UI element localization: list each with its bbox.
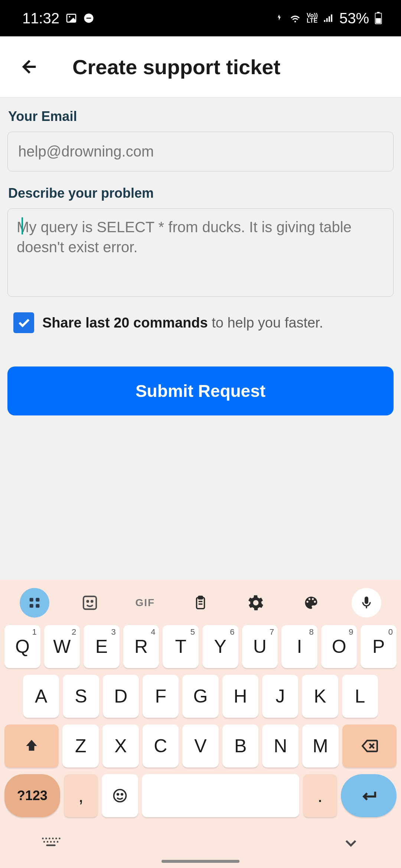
- key-emoji[interactable]: [102, 774, 138, 817]
- svg-point-35: [50, 841, 52, 843]
- svg-point-31: [55, 838, 57, 839]
- key-shift[interactable]: [4, 724, 59, 767]
- key-a[interactable]: A: [23, 675, 59, 718]
- wifi-icon: [289, 12, 301, 24]
- svg-point-28: [45, 838, 47, 839]
- text-cursor: [22, 217, 23, 234]
- keyboard-toolbar: GIF: [0, 584, 401, 625]
- key-o[interactable]: O9: [321, 625, 357, 668]
- keyboard-row-3: Z X C V B N M: [0, 724, 401, 767]
- keyboard-row-2: A S D F G H J K L: [0, 675, 401, 718]
- keyboard-collapse-icon[interactable]: [41, 836, 61, 852]
- svg-rect-15: [83, 596, 96, 609]
- titlebar: Create support ticket: [0, 36, 401, 98]
- key-comma[interactable]: ,: [64, 774, 98, 817]
- svg-point-30: [52, 838, 54, 839]
- keyboard-row-bottom: ?123 , .: [0, 774, 401, 817]
- battery-percent: 53%: [339, 10, 369, 27]
- svg-rect-4: [324, 20, 325, 22]
- clock: 11:32: [22, 10, 59, 27]
- key-u[interactable]: U7: [242, 625, 278, 668]
- svg-point-33: [43, 841, 45, 843]
- email-field[interactable]: [7, 132, 394, 171]
- page-title: Create support ticket: [72, 55, 280, 79]
- svg-rect-7: [331, 14, 332, 22]
- submit-button[interactable]: Submit Request: [7, 366, 394, 415]
- back-button[interactable]: [17, 54, 43, 80]
- key-i[interactable]: I8: [281, 625, 317, 668]
- share-checkbox-row[interactable]: Share last 20 commands to help you faste…: [7, 312, 394, 333]
- key-c[interactable]: C: [143, 724, 179, 767]
- key-space[interactable]: [142, 774, 299, 817]
- key-v[interactable]: V: [182, 724, 219, 767]
- svg-point-34: [47, 841, 49, 843]
- settings-icon[interactable]: [241, 588, 271, 618]
- svg-rect-19: [199, 596, 203, 599]
- svg-point-27: [42, 838, 44, 839]
- svg-point-37: [57, 841, 59, 843]
- svg-point-29: [49, 838, 50, 839]
- key-l[interactable]: L: [342, 675, 378, 718]
- problem-label: Describe your problem: [7, 185, 394, 201]
- key-m[interactable]: M: [302, 724, 339, 767]
- sticker-icon[interactable]: [75, 588, 105, 618]
- key-numbers[interactable]: ?123: [4, 774, 60, 817]
- battery-icon: [374, 12, 382, 24]
- key-q[interactable]: Q1: [4, 625, 40, 668]
- svg-rect-13: [29, 604, 33, 608]
- problem-field[interactable]: [7, 208, 394, 297]
- key-z[interactable]: Z: [62, 724, 99, 767]
- svg-rect-10: [376, 18, 381, 23]
- svg-point-26: [121, 794, 123, 795]
- volte-icon: Vo))LTE: [307, 13, 318, 24]
- svg-rect-3: [87, 18, 91, 19]
- theme-icon[interactable]: [296, 588, 326, 618]
- svg-point-1: [69, 16, 70, 17]
- key-period[interactable]: .: [303, 774, 338, 817]
- nav-pill[interactable]: [162, 860, 239, 863]
- key-g[interactable]: G: [182, 675, 218, 718]
- gif-button[interactable]: GIF: [130, 588, 160, 618]
- key-d[interactable]: D: [103, 675, 139, 718]
- dnd-icon: [83, 13, 94, 24]
- key-k[interactable]: K: [302, 675, 338, 718]
- key-b[interactable]: B: [222, 724, 259, 767]
- keyboard: GIF Q1 W2 E3 R4 T5 Y6 U7 I8 O9 P0 A S D …: [0, 580, 401, 868]
- share-checkbox[interactable]: [13, 312, 34, 333]
- status-bar: 11:32 Vo))LTE 53%: [0, 0, 401, 36]
- key-p[interactable]: P0: [361, 625, 397, 668]
- svg-point-16: [87, 601, 88, 602]
- key-t[interactable]: T5: [163, 625, 199, 668]
- svg-rect-38: [46, 845, 55, 846]
- key-r[interactable]: R4: [123, 625, 159, 668]
- svg-rect-14: [36, 604, 39, 608]
- share-checkbox-label: Share last 20 commands to help you faste…: [42, 315, 323, 331]
- svg-rect-11: [29, 598, 33, 602]
- key-y[interactable]: Y6: [202, 625, 238, 668]
- form-content: Your Email Describe your problem Share l…: [0, 98, 401, 580]
- key-e[interactable]: E3: [84, 625, 120, 668]
- svg-point-36: [53, 841, 55, 843]
- key-f[interactable]: F: [143, 675, 179, 718]
- chevron-down-icon[interactable]: [342, 834, 360, 854]
- clipboard-icon[interactable]: [186, 588, 215, 618]
- svg-rect-5: [326, 18, 328, 22]
- battery-saver-icon: [275, 14, 284, 23]
- key-backspace[interactable]: [342, 724, 397, 767]
- key-s[interactable]: S: [63, 675, 99, 718]
- nav-bar: [0, 825, 401, 868]
- svg-point-24: [114, 790, 126, 802]
- mic-icon[interactable]: [352, 588, 381, 618]
- image-icon: [65, 12, 77, 24]
- key-x[interactable]: X: [102, 724, 139, 767]
- keyboard-row-1: Q1 W2 E3 R4 T5 Y6 U7 I8 O9 P0: [0, 625, 401, 668]
- signal-icon: [323, 13, 334, 24]
- apps-icon[interactable]: [20, 588, 49, 618]
- key-enter[interactable]: [341, 774, 397, 817]
- key-n[interactable]: N: [262, 724, 299, 767]
- svg-point-25: [117, 794, 119, 795]
- key-h[interactable]: H: [222, 675, 258, 718]
- key-w[interactable]: W2: [44, 625, 80, 668]
- email-label: Your Email: [7, 109, 394, 124]
- key-j[interactable]: J: [262, 675, 298, 718]
